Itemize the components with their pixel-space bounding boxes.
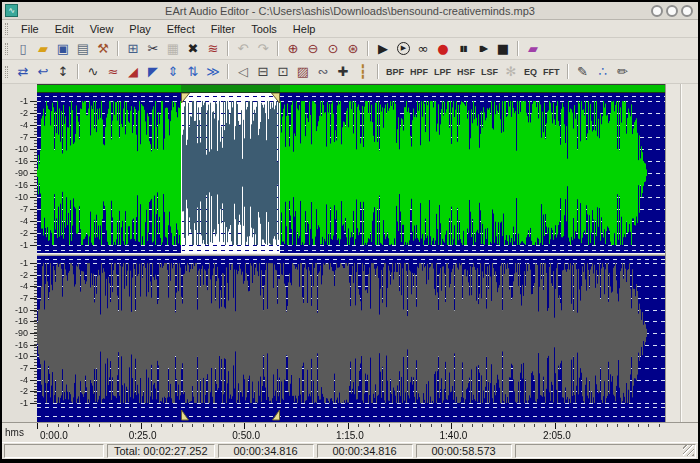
- record-button[interactable]: ●: [433, 40, 453, 58]
- zoom-full-button[interactable]: ⊛: [343, 40, 363, 58]
- envelope-box-button[interactable]: ⊡: [273, 63, 293, 81]
- filter-sweep-icon: ✻: [506, 65, 517, 78]
- menu-bar: FileEditViewPlayEffectFilterToolsHelp: [2, 20, 698, 38]
- open-file-button[interactable]: ▰: [33, 40, 53, 58]
- redo-button[interactable]: ↷: [253, 40, 273, 58]
- reverse-button[interactable]: ↩: [33, 63, 53, 81]
- channel-swap-icon: ⇄: [18, 65, 29, 78]
- stretch-button[interactable]: ⇕: [163, 63, 183, 81]
- fade-out-button[interactable]: ◤: [143, 63, 163, 81]
- toolbar-separator: [517, 41, 519, 56]
- menu-item-edit[interactable]: Edit: [47, 22, 82, 36]
- echo-button[interactable]: ≫: [203, 63, 223, 81]
- zoom-out-button[interactable]: ⊖: [303, 40, 323, 58]
- menu-item-view[interactable]: View: [82, 22, 122, 36]
- maximize-button[interactable]: [666, 5, 678, 17]
- file-properties-button[interactable]: ▤: [73, 40, 93, 58]
- paste-button[interactable]: ▦: [163, 40, 183, 58]
- resize-grip[interactable]: [683, 445, 694, 456]
- equalizer-button[interactable]: EQ: [521, 63, 540, 81]
- spectrum-button[interactable]: ∴: [593, 63, 613, 81]
- menu-item-help[interactable]: Help: [285, 22, 324, 36]
- mix-icon: ✚: [338, 65, 349, 78]
- menu-item-filter[interactable]: Filter: [203, 22, 243, 36]
- lsf-filter-button[interactable]: LSF: [478, 63, 501, 81]
- waveform-channel-2[interactable]: [37, 256, 665, 422]
- mix-button[interactable]: ✚: [333, 63, 353, 81]
- menu-item-effect[interactable]: Effect: [159, 22, 203, 36]
- envelope-button[interactable]: ≈: [103, 63, 123, 81]
- hpf-filter-button[interactable]: HPF: [407, 63, 431, 81]
- hsf-filter-button[interactable]: HSF: [454, 63, 478, 81]
- zoom-selection-icon: ⊙: [328, 42, 339, 55]
- noise-reduction-button[interactable]: ▨: [293, 63, 313, 81]
- toolbar-separator: [277, 41, 279, 56]
- speaker-button[interactable]: ◁: [233, 63, 253, 81]
- close-button[interactable]: [681, 5, 693, 17]
- status-selection-end: 00:00:58.573: [416, 444, 512, 458]
- new-file-button[interactable]: ▯: [13, 40, 33, 58]
- status-cursor-position: 00:00:34.816: [317, 444, 413, 458]
- zoom-selection-button[interactable]: ⊙: [323, 40, 343, 58]
- fade-in-button[interactable]: ◢: [123, 63, 143, 81]
- envelope-icon: ≈: [108, 65, 119, 78]
- play-all-button[interactable]: ▶: [393, 40, 413, 58]
- play-from-cursor-icon: ▮▶: [479, 45, 488, 53]
- copy-button[interactable]: ⊞: [123, 40, 143, 58]
- cue-editor-button[interactable]: ✎: [573, 63, 593, 81]
- bpf-filter-button[interactable]: BPF: [383, 63, 407, 81]
- menu-item-tools[interactable]: Tools: [243, 22, 285, 36]
- new-file-icon: ▯: [19, 42, 26, 55]
- envelope-box-icon: ⊡: [278, 65, 289, 78]
- loop-play-button[interactable]: ∞: [413, 40, 433, 58]
- channel-levels-icon: ┇: [359, 65, 367, 78]
- waveform-button[interactable]: ∿: [83, 63, 103, 81]
- help-button[interactable]: ▰: [523, 40, 543, 58]
- cut-button[interactable]: ✂: [143, 40, 163, 58]
- insert-silence-icon: ⊟: [258, 65, 269, 78]
- channel-levels-button[interactable]: ┇: [353, 63, 373, 81]
- delete-button[interactable]: ✖: [183, 40, 203, 58]
- toolbar-main-gripper: [5, 43, 8, 55]
- play-icon: ▶: [378, 42, 388, 55]
- app-icon: ∿: [5, 4, 18, 17]
- fft-filter-button[interactable]: FFT: [540, 63, 563, 81]
- minimize-button[interactable]: [651, 5, 663, 17]
- overview-bar[interactable]: [37, 84, 665, 93]
- save-button[interactable]: ▣: [53, 40, 73, 58]
- channel-swap-button[interactable]: ⇄: [13, 63, 33, 81]
- file-properties-icon: ▤: [77, 42, 89, 55]
- play-button[interactable]: ▶: [373, 40, 393, 58]
- menu-item-file[interactable]: File: [13, 22, 47, 36]
- dc-offset-icon: ↕: [58, 65, 69, 78]
- toolbar-separator: [567, 64, 569, 79]
- edit-tools-button[interactable]: ⚒: [93, 40, 113, 58]
- time-ruler-canvas[interactable]: [2, 423, 698, 442]
- zoom-in-button[interactable]: ⊕: [283, 40, 303, 58]
- waveform-icon: ∿: [88, 65, 99, 78]
- dc-offset-button[interactable]: ↕: [53, 63, 73, 81]
- copy-icon: ⊞: [128, 42, 139, 55]
- pitch-button[interactable]: ⇅: [183, 63, 203, 81]
- chorus-button[interactable]: ∾: [313, 63, 333, 81]
- time-ruler[interactable]: [2, 422, 698, 442]
- stop-icon: ■: [497, 42, 509, 55]
- overview-selection[interactable]: [181, 85, 279, 92]
- echo-icon: ≫: [206, 65, 220, 78]
- pause-button[interactable]: ▮▮: [453, 40, 473, 58]
- insert-silence-button[interactable]: ⊟: [253, 63, 273, 81]
- waveform-channel-1[interactable]: [37, 93, 665, 253]
- stop-button[interactable]: ■: [493, 40, 513, 58]
- undo-button[interactable]: ↶: [233, 40, 253, 58]
- filter-sweep-button[interactable]: ✻: [501, 63, 521, 81]
- save-icon: ▣: [57, 42, 69, 55]
- lpf-filter-button[interactable]: LPF: [431, 63, 454, 81]
- trim-selection-button[interactable]: ≋: [203, 40, 223, 58]
- status-panel-filler: [515, 444, 696, 458]
- play-from-cursor-button[interactable]: ▮▶: [473, 40, 493, 58]
- right-panel-groove: [680, 84, 682, 422]
- draw-wave-button[interactable]: ✏: [613, 63, 633, 81]
- status-total-time: Total: 00:02:27.252: [107, 444, 215, 458]
- menu-item-play[interactable]: Play: [121, 22, 158, 36]
- noise-reduction-icon: ▨: [297, 65, 309, 78]
